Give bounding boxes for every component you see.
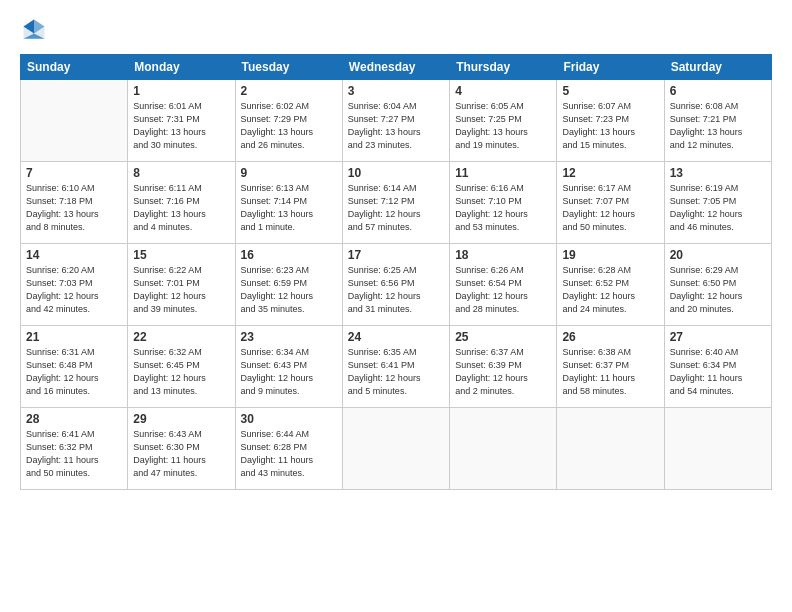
day-number: 12	[562, 166, 658, 180]
calendar-cell: 26Sunrise: 6:38 AM Sunset: 6:37 PM Dayli…	[557, 326, 664, 408]
calendar-cell: 19Sunrise: 6:28 AM Sunset: 6:52 PM Dayli…	[557, 244, 664, 326]
day-info: Sunrise: 6:20 AM Sunset: 7:03 PM Dayligh…	[26, 264, 122, 316]
day-info: Sunrise: 6:02 AM Sunset: 7:29 PM Dayligh…	[241, 100, 337, 152]
day-info: Sunrise: 6:35 AM Sunset: 6:41 PM Dayligh…	[348, 346, 444, 398]
calendar-cell: 11Sunrise: 6:16 AM Sunset: 7:10 PM Dayli…	[450, 162, 557, 244]
calendar-cell: 1Sunrise: 6:01 AM Sunset: 7:31 PM Daylig…	[128, 80, 235, 162]
day-number: 24	[348, 330, 444, 344]
calendar-cell	[342, 408, 449, 490]
calendar-cell: 8Sunrise: 6:11 AM Sunset: 7:16 PM Daylig…	[128, 162, 235, 244]
day-number: 27	[670, 330, 766, 344]
day-info: Sunrise: 6:28 AM Sunset: 6:52 PM Dayligh…	[562, 264, 658, 316]
calendar-cell: 14Sunrise: 6:20 AM Sunset: 7:03 PM Dayli…	[21, 244, 128, 326]
header-day: Friday	[557, 55, 664, 80]
calendar-cell: 27Sunrise: 6:40 AM Sunset: 6:34 PM Dayli…	[664, 326, 771, 408]
day-info: Sunrise: 6:17 AM Sunset: 7:07 PM Dayligh…	[562, 182, 658, 234]
day-number: 9	[241, 166, 337, 180]
day-number: 21	[26, 330, 122, 344]
day-number: 7	[26, 166, 122, 180]
calendar-cell: 15Sunrise: 6:22 AM Sunset: 7:01 PM Dayli…	[128, 244, 235, 326]
day-info: Sunrise: 6:43 AM Sunset: 6:30 PM Dayligh…	[133, 428, 229, 480]
day-number: 3	[348, 84, 444, 98]
day-number: 25	[455, 330, 551, 344]
day-number: 2	[241, 84, 337, 98]
calendar-cell: 7Sunrise: 6:10 AM Sunset: 7:18 PM Daylig…	[21, 162, 128, 244]
day-info: Sunrise: 6:41 AM Sunset: 6:32 PM Dayligh…	[26, 428, 122, 480]
calendar: SundayMondayTuesdayWednesdayThursdayFrid…	[20, 54, 772, 490]
header-day: Tuesday	[235, 55, 342, 80]
header-day: Monday	[128, 55, 235, 80]
day-info: Sunrise: 6:29 AM Sunset: 6:50 PM Dayligh…	[670, 264, 766, 316]
day-number: 6	[670, 84, 766, 98]
header-row: SundayMondayTuesdayWednesdayThursdayFrid…	[21, 55, 772, 80]
day-info: Sunrise: 6:07 AM Sunset: 7:23 PM Dayligh…	[562, 100, 658, 152]
week-row: 21Sunrise: 6:31 AM Sunset: 6:48 PM Dayli…	[21, 326, 772, 408]
day-info: Sunrise: 6:04 AM Sunset: 7:27 PM Dayligh…	[348, 100, 444, 152]
calendar-cell: 30Sunrise: 6:44 AM Sunset: 6:28 PM Dayli…	[235, 408, 342, 490]
day-number: 13	[670, 166, 766, 180]
week-row: 1Sunrise: 6:01 AM Sunset: 7:31 PM Daylig…	[21, 80, 772, 162]
day-number: 26	[562, 330, 658, 344]
header	[20, 16, 772, 44]
calendar-cell: 17Sunrise: 6:25 AM Sunset: 6:56 PM Dayli…	[342, 244, 449, 326]
day-info: Sunrise: 6:08 AM Sunset: 7:21 PM Dayligh…	[670, 100, 766, 152]
calendar-cell: 2Sunrise: 6:02 AM Sunset: 7:29 PM Daylig…	[235, 80, 342, 162]
day-info: Sunrise: 6:11 AM Sunset: 7:16 PM Dayligh…	[133, 182, 229, 234]
header-day: Thursday	[450, 55, 557, 80]
day-number: 17	[348, 248, 444, 262]
day-info: Sunrise: 6:34 AM Sunset: 6:43 PM Dayligh…	[241, 346, 337, 398]
calendar-cell: 5Sunrise: 6:07 AM Sunset: 7:23 PM Daylig…	[557, 80, 664, 162]
day-number: 22	[133, 330, 229, 344]
calendar-cell: 24Sunrise: 6:35 AM Sunset: 6:41 PM Dayli…	[342, 326, 449, 408]
logo	[20, 16, 52, 44]
header-day: Wednesday	[342, 55, 449, 80]
week-row: 28Sunrise: 6:41 AM Sunset: 6:32 PM Dayli…	[21, 408, 772, 490]
day-info: Sunrise: 6:40 AM Sunset: 6:34 PM Dayligh…	[670, 346, 766, 398]
calendar-cell	[664, 408, 771, 490]
calendar-cell: 20Sunrise: 6:29 AM Sunset: 6:50 PM Dayli…	[664, 244, 771, 326]
calendar-cell	[450, 408, 557, 490]
day-info: Sunrise: 6:13 AM Sunset: 7:14 PM Dayligh…	[241, 182, 337, 234]
day-info: Sunrise: 6:38 AM Sunset: 6:37 PM Dayligh…	[562, 346, 658, 398]
day-number: 16	[241, 248, 337, 262]
calendar-cell: 6Sunrise: 6:08 AM Sunset: 7:21 PM Daylig…	[664, 80, 771, 162]
calendar-cell: 4Sunrise: 6:05 AM Sunset: 7:25 PM Daylig…	[450, 80, 557, 162]
calendar-cell: 28Sunrise: 6:41 AM Sunset: 6:32 PM Dayli…	[21, 408, 128, 490]
calendar-cell	[21, 80, 128, 162]
logo-icon	[20, 16, 48, 44]
day-number: 20	[670, 248, 766, 262]
day-number: 28	[26, 412, 122, 426]
calendar-cell: 18Sunrise: 6:26 AM Sunset: 6:54 PM Dayli…	[450, 244, 557, 326]
page: SundayMondayTuesdayWednesdayThursdayFrid…	[0, 0, 792, 612]
day-number: 1	[133, 84, 229, 98]
calendar-cell: 21Sunrise: 6:31 AM Sunset: 6:48 PM Dayli…	[21, 326, 128, 408]
day-info: Sunrise: 6:16 AM Sunset: 7:10 PM Dayligh…	[455, 182, 551, 234]
day-number: 14	[26, 248, 122, 262]
day-info: Sunrise: 6:26 AM Sunset: 6:54 PM Dayligh…	[455, 264, 551, 316]
calendar-cell: 3Sunrise: 6:04 AM Sunset: 7:27 PM Daylig…	[342, 80, 449, 162]
day-info: Sunrise: 6:37 AM Sunset: 6:39 PM Dayligh…	[455, 346, 551, 398]
day-number: 11	[455, 166, 551, 180]
day-number: 30	[241, 412, 337, 426]
day-info: Sunrise: 6:10 AM Sunset: 7:18 PM Dayligh…	[26, 182, 122, 234]
day-number: 8	[133, 166, 229, 180]
day-number: 5	[562, 84, 658, 98]
day-info: Sunrise: 6:25 AM Sunset: 6:56 PM Dayligh…	[348, 264, 444, 316]
calendar-cell: 23Sunrise: 6:34 AM Sunset: 6:43 PM Dayli…	[235, 326, 342, 408]
header-day: Sunday	[21, 55, 128, 80]
day-info: Sunrise: 6:05 AM Sunset: 7:25 PM Dayligh…	[455, 100, 551, 152]
calendar-cell: 22Sunrise: 6:32 AM Sunset: 6:45 PM Dayli…	[128, 326, 235, 408]
day-info: Sunrise: 6:23 AM Sunset: 6:59 PM Dayligh…	[241, 264, 337, 316]
day-number: 10	[348, 166, 444, 180]
day-info: Sunrise: 6:32 AM Sunset: 6:45 PM Dayligh…	[133, 346, 229, 398]
header-day: Saturday	[664, 55, 771, 80]
calendar-cell	[557, 408, 664, 490]
calendar-cell: 25Sunrise: 6:37 AM Sunset: 6:39 PM Dayli…	[450, 326, 557, 408]
calendar-cell: 12Sunrise: 6:17 AM Sunset: 7:07 PM Dayli…	[557, 162, 664, 244]
calendar-cell: 16Sunrise: 6:23 AM Sunset: 6:59 PM Dayli…	[235, 244, 342, 326]
day-info: Sunrise: 6:14 AM Sunset: 7:12 PM Dayligh…	[348, 182, 444, 234]
calendar-cell: 9Sunrise: 6:13 AM Sunset: 7:14 PM Daylig…	[235, 162, 342, 244]
day-number: 18	[455, 248, 551, 262]
calendar-cell: 10Sunrise: 6:14 AM Sunset: 7:12 PM Dayli…	[342, 162, 449, 244]
day-number: 15	[133, 248, 229, 262]
